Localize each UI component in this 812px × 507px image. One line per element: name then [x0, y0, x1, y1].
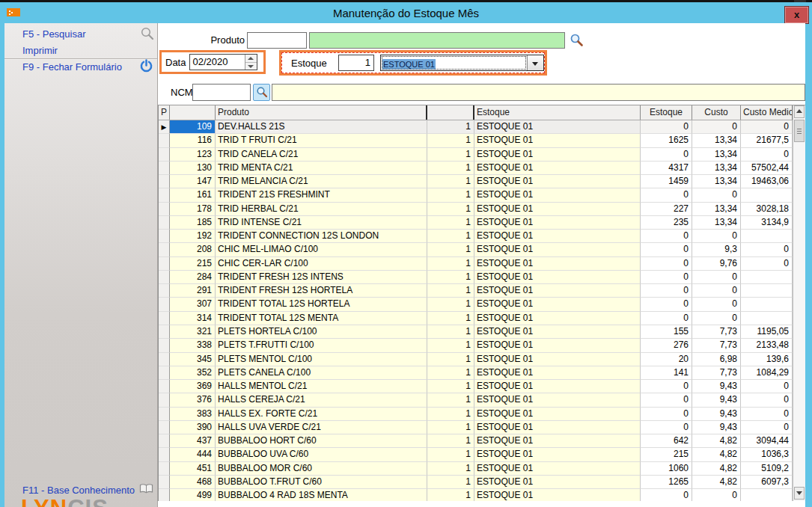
cell-custo[interactable]: 9,3 [692, 243, 741, 256]
cell-produto[interactable]: BUBBALOO MOR C/60 [216, 462, 427, 476]
cell-produto[interactable]: TRID HERBAL C/21 [216, 203, 427, 216]
row-indicator-cell[interactable] [159, 462, 170, 476]
cell-custo-medio[interactable]: 2133,48 [741, 339, 793, 352]
cell-custo-medio[interactable]: 3134,9 [741, 216, 793, 230]
cell-estoque-nome[interactable]: ESTOQUE 01 [474, 216, 641, 230]
cell-custo-medio[interactable]: 0 [741, 120, 793, 134]
cell-codigo[interactable]: 383 [170, 408, 216, 421]
cell-estoque[interactable]: 1265 [641, 476, 692, 489]
cell-codigo[interactable]: 390 [170, 421, 216, 434]
cell-estoque-nome[interactable]: ESTOQUE 01 [474, 434, 641, 448]
row-indicator-cell[interactable] [159, 408, 170, 421]
grid-header-cell-col1[interactable] [170, 105, 216, 120]
cell-codigo[interactable]: 284 [170, 271, 216, 284]
cell-estoque-nome[interactable]: ESTOQUE 01 [474, 489, 641, 501]
cell-custo[interactable]: 4,82 [692, 448, 741, 461]
grid-header-cell-col3[interactable] [427, 105, 474, 120]
cell-quantidade[interactable]: 1 [427, 339, 474, 352]
grid-header-cell-custo-medio[interactable]: Custo Medio [741, 105, 793, 120]
cell-estoque[interactable]: 0 [641, 230, 692, 243]
grid-row[interactable]: 208CHIC MEL-LIMAO C/1001ESTOQUE 0109,30 [159, 243, 793, 256]
row-indicator-cell[interactable] [159, 203, 170, 216]
cell-estoque-nome[interactable]: ESTOQUE 01 [474, 339, 641, 352]
cell-codigo[interactable]: 161 [170, 188, 216, 202]
cell-produto[interactable]: TRIDENT CONNECTION 12S LONDON [216, 230, 427, 243]
cell-quantidade[interactable]: 1 [427, 312, 474, 325]
cell-custo-medio[interactable]: 0 [741, 408, 793, 421]
grid-row[interactable]: 451BUBBALOO MOR C/601ESTOQUE 0110604,825… [159, 462, 793, 476]
cell-produto[interactable]: TRID INTENSE C/21 [216, 216, 427, 230]
cell-quantidade[interactable]: 1 [427, 393, 474, 407]
estoque-code-input[interactable]: 1 [338, 55, 374, 71]
cell-produto[interactable]: TRID MENTA C/21 [216, 162, 427, 175]
grid-row[interactable]: 345PLETS MENTOL C/1001ESTOQUE 01206,9813… [159, 353, 793, 366]
cell-estoque[interactable]: 1459 [641, 175, 692, 188]
row-indicator-cell[interactable] [159, 162, 170, 175]
cell-custo[interactable]: 0 [692, 312, 741, 325]
grid-row[interactable]: 321PLETS HORTELA C/1001ESTOQUE 011557,73… [159, 325, 793, 339]
cell-estoque-nome[interactable]: ESTOQUE 01 [474, 230, 641, 243]
cell-estoque-nome[interactable]: ESTOQUE 01 [474, 188, 641, 202]
cell-custo[interactable]: 7,73 [692, 325, 741, 339]
cell-estoque-nome[interactable]: ESTOQUE 01 [474, 298, 641, 311]
cell-produto[interactable]: HALLS CEREJA C/21 [216, 393, 427, 407]
cell-produto[interactable]: BUBBALOO HORT C/60 [216, 434, 427, 448]
cell-quantidade[interactable]: 1 [427, 120, 474, 134]
grid-row[interactable]: 314TRIDENT TOTAL 12S MENTA1ESTOQUE 0100 [159, 312, 793, 325]
cell-estoque-nome[interactable]: ESTOQUE 01 [474, 203, 641, 216]
grid-row[interactable]: 383HALLS EX. FORTE C/211ESTOQUE 0109,430 [159, 408, 793, 421]
cell-estoque[interactable]: 0 [641, 284, 692, 298]
cell-codigo[interactable]: 123 [170, 148, 216, 162]
cell-estoque-nome[interactable]: ESTOQUE 01 [474, 408, 641, 421]
cell-quantidade[interactable]: 1 [427, 448, 474, 461]
cell-custo-medio[interactable]: 139,6 [741, 353, 793, 366]
produto-code-input[interactable] [247, 32, 307, 49]
row-indicator-cell[interactable] [159, 230, 170, 243]
cell-custo[interactable]: 4,82 [692, 434, 741, 448]
cell-quantidade[interactable]: 1 [427, 366, 474, 380]
cell-estoque-nome[interactable]: ESTOQUE 01 [474, 134, 641, 147]
cell-estoque-nome[interactable]: ESTOQUE 01 [474, 421, 641, 434]
sidebar-item-pesquisar[interactable]: F5 - Pesquisar [22, 28, 86, 40]
row-indicator-cell[interactable] [159, 393, 170, 407]
grid-row[interactable]: 291TRIDENT FRESH 12S HORTELA1ESTOQUE 010… [159, 284, 793, 298]
cell-estoque-nome[interactable]: ESTOQUE 01 [474, 325, 641, 339]
cell-codigo[interactable]: 215 [170, 257, 216, 271]
cell-estoque-nome[interactable]: ESTOQUE 01 [474, 243, 641, 256]
cell-custo-medio[interactable]: 0 [741, 148, 793, 162]
cell-codigo[interactable]: 116 [170, 134, 216, 147]
cell-custo-medio[interactable]: 3094,44 [741, 434, 793, 448]
cell-custo-medio[interactable]: 3028,18 [741, 203, 793, 216]
cell-codigo[interactable]: 192 [170, 230, 216, 243]
cell-custo-medio[interactable] [741, 188, 793, 202]
cell-codigo[interactable]: 314 [170, 312, 216, 325]
cell-produto[interactable]: BUBBALOO 4 RAD 18S MENTA [216, 489, 427, 501]
cell-custo[interactable]: 9,43 [692, 393, 741, 407]
cell-estoque[interactable]: 0 [641, 257, 692, 271]
cell-custo-medio[interactable]: 1084,29 [741, 366, 793, 380]
grid-row[interactable]: 338PLETS T.FRUTTI C/1001ESTOQUE 012767,7… [159, 339, 793, 352]
row-indicator-cell[interactable] [159, 216, 170, 230]
cell-estoque-nome[interactable]: ESTOQUE 01 [474, 162, 641, 175]
grid-row[interactable]: 215CHIC CER-LAR C/1001ESTOQUE 0109,760 [159, 257, 793, 271]
cell-estoque[interactable]: 215 [641, 448, 692, 461]
cell-estoque-nome[interactable]: ESTOQUE 01 [474, 175, 641, 188]
cell-codigo[interactable]: 444 [170, 448, 216, 461]
cell-quantidade[interactable]: 1 [427, 284, 474, 298]
cell-estoque[interactable]: 0 [641, 148, 692, 162]
grid-row[interactable]: 307TRIDENT TOTAL 12S HORTELA1ESTOQUE 010… [159, 298, 793, 311]
cell-quantidade[interactable]: 1 [427, 434, 474, 448]
cell-custo-medio[interactable]: 0 [741, 380, 793, 393]
row-indicator-cell[interactable] [159, 380, 170, 393]
row-indicator-cell[interactable]: ▶ [159, 120, 170, 134]
cell-produto[interactable]: PLETS MENTOL C/100 [216, 353, 427, 366]
cell-estoque[interactable]: 4317 [641, 162, 692, 175]
cell-estoque[interactable]: 276 [641, 339, 692, 352]
cell-estoque-nome[interactable]: ESTOQUE 01 [474, 284, 641, 298]
cell-estoque[interactable]: 0 [641, 380, 692, 393]
cell-estoque-nome[interactable]: ESTOQUE 01 [474, 448, 641, 461]
cell-estoque[interactable]: 1625 [641, 134, 692, 147]
cell-estoque[interactable]: 0 [641, 421, 692, 434]
grid-row[interactable]: 123TRID CANELA C/211ESTOQUE 01013,340 [159, 148, 793, 162]
cell-produto[interactable]: TRIDENT 21S FRESHMINT [216, 188, 427, 202]
